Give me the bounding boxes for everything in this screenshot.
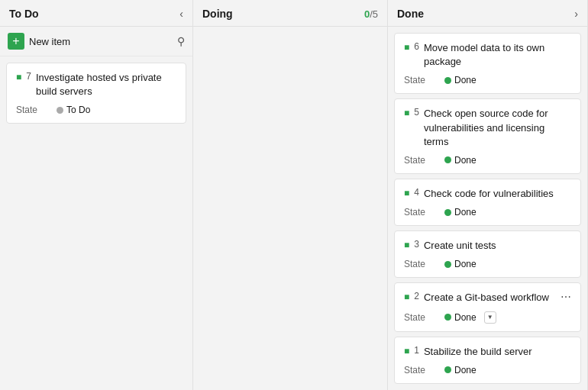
column-done-title: Done (397, 8, 424, 20)
column-doing-title: Doing (202, 8, 233, 20)
card-1-header: ■ 1 Stabilize the build server (404, 345, 571, 359)
card-3-icon: ■ (404, 240, 409, 250)
column-done-collapse[interactable]: › (574, 8, 578, 19)
card-4: ■ 4 Check code for vulnerabilities State… (394, 179, 581, 226)
column-todo-collapse[interactable]: ‹ (179, 8, 183, 19)
card-2-footer: State Done ▼ (404, 311, 571, 324)
search-icon[interactable]: ⚲ (177, 35, 185, 47)
card-3-title: Create unit tests (424, 239, 496, 253)
card-3-state-value: Done (454, 259, 477, 269)
card-6-state-label: State (404, 75, 438, 85)
card-2-state-badge[interactable]: Done (444, 312, 477, 323)
column-todo-toolbar: + New item ⚲ (0, 27, 192, 56)
card-4-title: Check code for vulnerabilities (424, 187, 554, 201)
new-item-button[interactable]: + New item (8, 33, 177, 50)
new-item-label: New item (29, 36, 70, 47)
card-7-state-badge[interactable]: To Do (57, 105, 90, 115)
card-1: ■ 1 Stabilize the build server State Don… (394, 337, 581, 384)
column-todo-header: To Do ‹ (0, 0, 192, 27)
state-dot-todo (57, 107, 63, 114)
card-3-state-badge[interactable]: Done (444, 259, 477, 269)
card-1-title: Stabilize the build server (424, 345, 532, 359)
card-1-state-badge[interactable]: Done (444, 365, 477, 375)
card-7-state-label: State (16, 105, 50, 115)
card-1-state-label: State (404, 365, 438, 375)
doing-header-right: 0/5 (364, 8, 378, 20)
count-current: 0 (364, 8, 370, 20)
card-4-state-badge[interactable]: Done (444, 207, 477, 218)
card-2-title: Create a Git-based workflow (424, 291, 549, 305)
column-done-content: ■ 6 Move model data to its own package S… (388, 27, 587, 390)
card-1-number: 1 (414, 345, 419, 356)
card-6-footer: State Done (404, 75, 571, 85)
card-1-icon: ■ (404, 346, 409, 356)
state-dot-done-6 (444, 77, 451, 84)
card-4-icon: ■ (404, 188, 409, 198)
card-2-header: ■ 2 Create a Git-based workflow (404, 291, 571, 305)
column-todo-title: To Do (9, 8, 39, 20)
card-5-state-label: State (404, 155, 438, 166)
card-6-icon: ■ (404, 42, 409, 53)
card-6-header: ■ 6 Move model data to its own package (404, 41, 571, 69)
column-doing-count: 0/5 (364, 8, 378, 20)
card-4-header: ■ 4 Check code for vulnerabilities (404, 187, 571, 201)
card-7-title: Investigate hosted vs private build serv… (36, 71, 176, 98)
card-6-title: Move model data to its own package (424, 41, 571, 69)
state-dot-done-3 (444, 261, 451, 268)
state-dot-done-2 (444, 314, 451, 321)
card-4-number: 4 (414, 187, 419, 198)
column-done-header: Done › (388, 0, 587, 27)
state-dot-done-4 (444, 209, 451, 216)
card-4-footer: State Done (404, 207, 571, 218)
column-doing-header: Doing 0/5 (193, 0, 387, 27)
card-6-number: 6 (414, 41, 419, 52)
card-5-state-value: Done (454, 155, 477, 166)
card-7: ■ 7 Investigate hosted vs private build … (6, 63, 186, 124)
card-5-title: Check open source code for vulnerabiliti… (424, 107, 571, 149)
card-6-state-value: Done (454, 75, 477, 85)
card-7-icon: ■ (16, 72, 21, 82)
card-2-more-button[interactable]: ⋯ (557, 289, 574, 305)
card-3-number: 3 (414, 239, 419, 250)
card-4-state-value: Done (454, 207, 477, 218)
card-7-footer: State To Do (16, 105, 176, 115)
card-7-state-value: To Do (66, 105, 90, 115)
column-doing: Doing 0/5 (193, 0, 388, 390)
card-3-footer: State Done (404, 259, 571, 269)
card-2: ⋯ ■ 2 Create a Git-based workflow State … (394, 282, 581, 331)
card-1-state-value: Done (454, 365, 477, 375)
column-done: Done › ■ 6 Move model data to its own pa… (388, 0, 588, 390)
card-7-number: 7 (26, 71, 31, 82)
card-5-icon: ■ (404, 108, 409, 118)
column-todo: To Do ‹ + New item ⚲ ■ 7 Investigate hos… (0, 0, 193, 390)
card-6: ■ 6 Move model data to its own package S… (394, 33, 581, 94)
card-5-state-badge[interactable]: Done (444, 155, 477, 166)
plus-icon: + (8, 33, 24, 50)
card-2-state-label: State (404, 312, 438, 323)
card-3-state-label: State (404, 259, 438, 269)
card-6-state-badge[interactable]: Done (444, 75, 477, 85)
column-todo-content: ■ 7 Investigate hosted vs private build … (0, 56, 192, 390)
card-4-state-label: State (404, 207, 438, 218)
card-3-header: ■ 3 Create unit tests (404, 239, 571, 253)
card-5-header: ■ 5 Check open source code for vulnerabi… (404, 107, 571, 149)
kanban-board: To Do ‹ + New item ⚲ ■ 7 Investigate hos… (0, 0, 588, 390)
card-7-header: ■ 7 Investigate hosted vs private build … (16, 71, 176, 98)
count-total: 5 (373, 8, 378, 20)
card-2-dropdown[interactable]: ▼ (484, 311, 496, 324)
card-2-state-value: Done (454, 312, 477, 323)
card-2-icon: ■ (404, 292, 409, 302)
card-5-footer: State Done (404, 155, 571, 166)
column-doing-content (193, 27, 387, 390)
card-5-number: 5 (414, 107, 419, 118)
card-2-number: 2 (414, 291, 419, 301)
card-3: ■ 3 Create unit tests State Done (394, 230, 581, 278)
chevron-down-icon: ▼ (487, 314, 493, 321)
state-dot-done-5 (444, 156, 451, 163)
card-1-footer: State Done (404, 365, 571, 375)
card-5: ■ 5 Check open source code for vulnerabi… (394, 98, 581, 174)
state-dot-done-1 (444, 366, 451, 373)
